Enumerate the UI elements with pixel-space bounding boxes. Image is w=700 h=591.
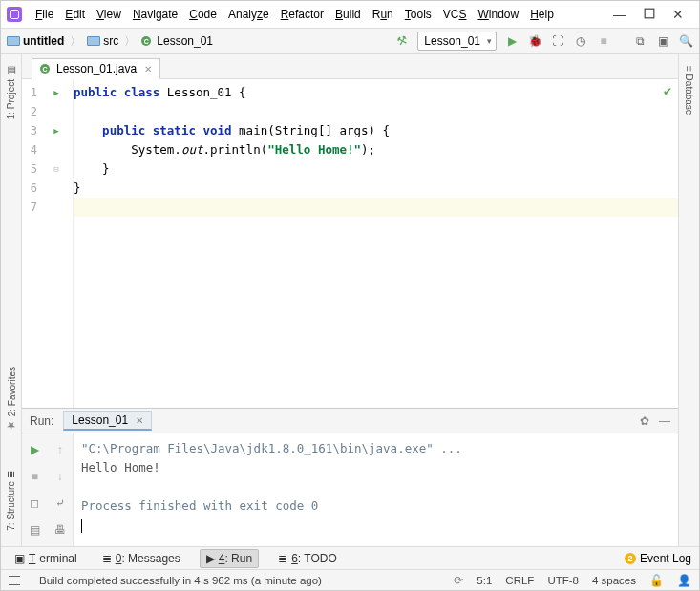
line-separator[interactable]: CRLF bbox=[505, 575, 534, 586]
toolwindow-run[interactable]: ▶ 4: Run bbox=[200, 549, 259, 568]
menu-navigate[interactable]: Navigate bbox=[129, 6, 181, 23]
main-menu: File Edit View Navigate Code Analyze Ref… bbox=[32, 6, 613, 23]
class-icon: C bbox=[40, 64, 50, 74]
fold-icon[interactable]: ⊟ bbox=[43, 164, 70, 174]
editor-tab-label: Lesson_01.java bbox=[56, 62, 137, 75]
run-gutter-icon[interactable]: ▶ bbox=[43, 88, 70, 97]
menu-run[interactable]: Run bbox=[369, 6, 397, 23]
toolwindow-project[interactable]: 1: Project ▤ bbox=[4, 60, 18, 125]
toolwindow-favorites[interactable]: ★2: Favorites bbox=[3, 361, 20, 438]
run-panel-title: Run: bbox=[30, 414, 53, 428]
close-tab-icon[interactable]: ✕ bbox=[144, 64, 152, 74]
close-button[interactable]: ✕ bbox=[672, 7, 684, 22]
run-sidebar: ▶ ■ ◻ ▤ ↑ ↓ ⤶ 🖶 bbox=[22, 433, 74, 546]
coverage-button[interactable]: ⛶ bbox=[550, 33, 565, 49]
gutter: 1▶ 2 3▶ 4 5⊟ 6 7 bbox=[22, 79, 74, 408]
settings-icon[interactable]: ✿ bbox=[640, 414, 649, 428]
dump-icon[interactable]: ◻ bbox=[30, 496, 39, 510]
code-editor[interactable]: ✔ 1▶ 2 3▶ 4 5⊟ 6 7 public class Lesson_0… bbox=[22, 79, 678, 408]
up-icon[interactable]: ↑ bbox=[57, 443, 63, 456]
memory-indicator-icon[interactable]: 👤 bbox=[677, 574, 691, 587]
menu-edit[interactable]: Edit bbox=[61, 6, 89, 23]
layout-icon[interactable]: ▤ bbox=[30, 523, 40, 537]
down-icon[interactable]: ↓ bbox=[57, 470, 63, 483]
menu-help[interactable]: Help bbox=[526, 6, 558, 23]
breadcrumb-project[interactable]: untitled bbox=[7, 34, 64, 48]
profile-button[interactable]: ◷ bbox=[573, 33, 588, 49]
class-icon: C bbox=[141, 36, 151, 46]
notification-badge: 2 bbox=[625, 553, 636, 564]
toolwindow-structure[interactable]: 7: Structure ≣ bbox=[4, 465, 18, 537]
search-button[interactable]: 🔍 bbox=[678, 33, 693, 49]
search-everywhere-button[interactable]: ▣ bbox=[655, 33, 670, 49]
build-button[interactable]: ⚒ bbox=[392, 32, 412, 51]
editor-tab[interactable]: C Lesson_01.java ✕ bbox=[32, 58, 160, 79]
close-icon[interactable]: ✕ bbox=[136, 415, 143, 426]
menu-refactor[interactable]: Refactor bbox=[277, 6, 328, 23]
menu-tools[interactable]: Tools bbox=[401, 6, 435, 23]
menu-window[interactable]: Window bbox=[474, 6, 522, 23]
update-button[interactable]: ⧉ bbox=[632, 33, 647, 49]
run-gutter-icon[interactable]: ▶ bbox=[43, 126, 70, 136]
event-log[interactable]: 2Event Log bbox=[625, 552, 691, 565]
code-area[interactable]: public class Lesson_01 { public static v… bbox=[74, 79, 678, 408]
toolwindow-database[interactable]: ≡ Database bbox=[682, 60, 696, 120]
breadcrumb-src[interactable]: src bbox=[87, 34, 118, 48]
toolwindow-messages[interactable]: ≣ 0: Messages bbox=[96, 550, 186, 567]
run-config-select[interactable]: Lesson_01 bbox=[417, 32, 497, 51]
menu-code[interactable]: Code bbox=[185, 6, 221, 23]
toolwindow-terminal[interactable]: ▣ Terminal bbox=[9, 550, 83, 567]
menu-analyze[interactable]: Analyze bbox=[224, 6, 273, 23]
console-output[interactable]: "C:\Program Files\Java\jdk1.8.0_161\bin\… bbox=[74, 433, 678, 546]
inspection-ok-icon: ✔ bbox=[663, 85, 672, 98]
indent[interactable]: 4 spaces bbox=[592, 575, 636, 586]
menu-file[interactable]: File bbox=[32, 6, 57, 23]
status-message: Build completed successfully in 4 s 962 … bbox=[39, 575, 322, 586]
folder-icon bbox=[87, 36, 100, 46]
stop-icon[interactable]: ■ bbox=[32, 470, 38, 483]
stop-button[interactable]: ■ bbox=[596, 33, 611, 49]
debug-button[interactable]: 🐞 bbox=[527, 33, 542, 49]
wrap-icon[interactable]: ⤶ bbox=[55, 496, 65, 510]
menu-view[interactable]: View bbox=[93, 6, 125, 23]
folder-icon bbox=[7, 36, 20, 46]
run-button[interactable]: ▶ bbox=[504, 33, 520, 49]
svg-rect-0 bbox=[645, 9, 654, 18]
toolwindow-todo[interactable]: ≣ 6: TODO bbox=[272, 550, 343, 567]
maximize-button[interactable] bbox=[644, 7, 655, 22]
menu-vcs[interactable]: VCS bbox=[439, 6, 471, 23]
breadcrumb: untitled 〉 src 〉 CLesson_01 bbox=[7, 33, 394, 50]
menu-build[interactable]: Build bbox=[331, 6, 365, 23]
git-icon[interactable]: ⟳ bbox=[454, 574, 463, 587]
run-tab[interactable]: Lesson_01✕ bbox=[63, 411, 152, 431]
print-icon[interactable]: 🖶 bbox=[54, 523, 66, 537]
hide-panel-button[interactable]: — bbox=[659, 414, 670, 428]
toolwindows-icon[interactable] bbox=[9, 576, 20, 585]
rerun-icon[interactable]: ▶ bbox=[31, 443, 39, 456]
app-icon bbox=[7, 7, 22, 22]
minimize-button[interactable]: — bbox=[613, 7, 626, 22]
caret-position[interactable]: 5:1 bbox=[477, 575, 492, 586]
readonly-icon[interactable]: 🔓 bbox=[649, 574, 664, 587]
breadcrumb-class[interactable]: CLesson_01 bbox=[141, 34, 213, 48]
encoding[interactable]: UTF-8 bbox=[547, 575, 579, 586]
